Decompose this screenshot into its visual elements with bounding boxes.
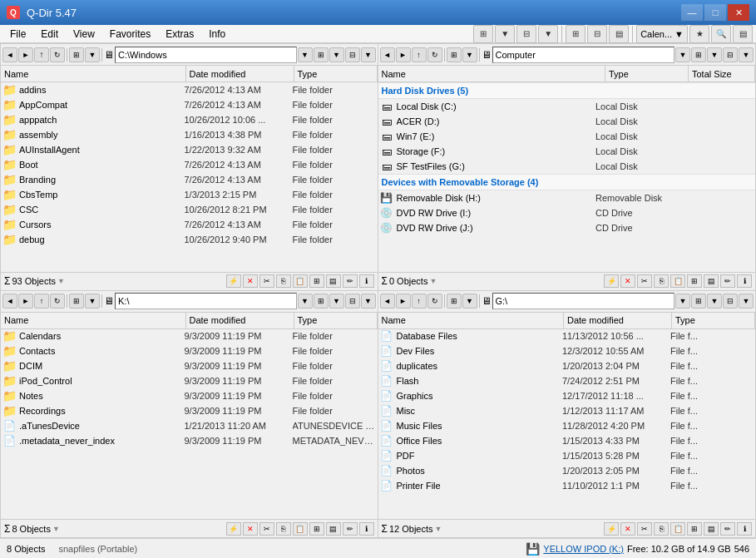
tl-view[interactable]: ⊞ bbox=[69, 47, 84, 62]
br-s6[interactable]: ⊞ bbox=[687, 522, 702, 536]
menu-favorites[interactable]: Favorites bbox=[103, 27, 157, 42]
tl-s3[interactable]: ✂ bbox=[259, 274, 274, 288]
br-s8[interactable]: ✏ bbox=[720, 522, 735, 536]
file-row[interactable]: 📄 Misc 1/12/2013 11:17 AM File f... bbox=[378, 404, 756, 419]
bl-refresh[interactable]: ↻ bbox=[50, 294, 65, 309]
br-s9[interactable]: ℹ bbox=[737, 522, 752, 536]
br-col-name[interactable]: Name bbox=[378, 313, 565, 328]
br-s5[interactable]: 📋 bbox=[670, 522, 685, 536]
bl-view2[interactable]: ▼ bbox=[85, 294, 100, 309]
tl-view3[interactable]: ⊞ bbox=[314, 47, 329, 62]
br-address-box[interactable]: G:\ bbox=[492, 293, 675, 309]
br-col-type[interactable]: Type bbox=[672, 313, 755, 328]
menu-view[interactable]: View bbox=[67, 27, 101, 42]
br-view5[interactable]: ⊟ bbox=[723, 294, 738, 309]
bl-address-box[interactable]: K:\ bbox=[115, 293, 297, 309]
file-row[interactable]: 📄 Music Files 11/28/2012 4:20 PM File f.… bbox=[378, 419, 756, 434]
tl-view5[interactable]: ⊟ bbox=[345, 47, 360, 62]
drive-row[interactable]: 💿 DVD RW Drive (I:) CD Drive bbox=[378, 205, 756, 220]
file-row[interactable]: 📄 Office Files 1/15/2013 4:33 PM File f.… bbox=[378, 434, 756, 449]
menu-file[interactable]: File bbox=[3, 27, 32, 42]
bl-s6[interactable]: ⊞ bbox=[309, 522, 324, 536]
br-go[interactable]: ▼ bbox=[675, 294, 690, 309]
drive-row[interactable]: 💿 DVD RW Drive (J:) CD Drive bbox=[378, 220, 756, 235]
br-view[interactable]: ⊞ bbox=[447, 294, 462, 309]
tb-mag[interactable]: 🔍 bbox=[711, 25, 731, 43]
global-tb-btn-1[interactable]: ⊞ bbox=[473, 25, 493, 43]
tr-go[interactable]: ▼ bbox=[675, 47, 690, 62]
drive-row[interactable]: 💾 Removable Disk (H:) Removable Disk bbox=[378, 190, 756, 205]
file-row[interactable]: 📄 PDF 1/15/2013 5:28 PM File f... bbox=[378, 449, 756, 464]
br-view6[interactable]: ▼ bbox=[739, 294, 754, 309]
file-row[interactable]: 📁 iPod_Control 9/3/2009 11:19 PM File fo… bbox=[1, 374, 378, 389]
tr-back[interactable]: ◄ bbox=[380, 47, 395, 62]
file-row[interactable]: 📁 Notes 9/3/2009 11:19 PM File folder bbox=[1, 389, 378, 404]
bl-back[interactable]: ◄ bbox=[2, 294, 17, 309]
tr-view3[interactable]: ⊞ bbox=[691, 47, 706, 62]
bl-s1[interactable]: ⚡ bbox=[226, 522, 241, 536]
global-tb-btn-6[interactable]: ⊟ bbox=[587, 25, 607, 43]
tr-s8[interactable]: ✏ bbox=[720, 274, 735, 288]
tb-more[interactable]: ▤ bbox=[733, 25, 753, 43]
file-row[interactable]: 📁 Branding 7/26/2012 4:13 AM File folder bbox=[1, 172, 378, 187]
br-refresh[interactable]: ↻ bbox=[427, 294, 442, 309]
tl-view6[interactable]: ▼ bbox=[361, 47, 376, 62]
file-row[interactable]: 📄 Graphics 12/17/2012 11:18 ... File f..… bbox=[378, 389, 756, 404]
file-row[interactable]: 📄 duplicates 1/20/2013 2:04 PM File f... bbox=[378, 359, 756, 374]
tl-s1[interactable]: ⚡ bbox=[226, 274, 241, 288]
maximize-button[interactable]: □ bbox=[704, 4, 726, 21]
tl-s8[interactable]: ✏ bbox=[343, 274, 358, 288]
bl-col-name[interactable]: Name bbox=[1, 313, 186, 328]
tl-col-name[interactable]: Name bbox=[1, 66, 186, 81]
file-row[interactable]: 📄 Photos 1/20/2013 2:05 PM File f... bbox=[378, 464, 756, 479]
br-file-list[interactable]: Name Date modified Type 📄 Database Files… bbox=[378, 313, 756, 520]
tl-s9[interactable]: ℹ bbox=[359, 274, 374, 288]
tl-view2[interactable]: ▼ bbox=[85, 47, 100, 62]
br-forward[interactable]: ► bbox=[396, 294, 411, 309]
tl-go[interactable]: ▼ bbox=[298, 47, 313, 62]
br-s4[interactable]: ⎘ bbox=[654, 522, 669, 536]
file-row[interactable]: 📄 Dev Files 12/3/2012 10:55 AM File f... bbox=[378, 344, 756, 359]
tr-s5[interactable]: 📋 bbox=[670, 274, 685, 288]
drive-row[interactable]: 🖴 Storage (F:) Local Disk bbox=[378, 144, 756, 159]
tr-s4[interactable]: ⎘ bbox=[654, 274, 669, 288]
file-row[interactable]: 📁 apppatch 10/26/2012 10:06 ... File fol… bbox=[1, 112, 378, 127]
tr-address-box[interactable]: Computer bbox=[492, 47, 675, 63]
bl-up[interactable]: ↑ bbox=[34, 294, 49, 309]
tr-s2[interactable]: ✕ bbox=[620, 274, 635, 288]
bl-view6[interactable]: ▼ bbox=[361, 294, 376, 309]
br-s3[interactable]: ✂ bbox=[637, 522, 652, 536]
bl-view[interactable]: ⊞ bbox=[69, 294, 84, 309]
bl-s5[interactable]: 📋 bbox=[293, 522, 308, 536]
tr-view[interactable]: ⊞ bbox=[447, 47, 462, 62]
bl-s8[interactable]: ✏ bbox=[343, 522, 358, 536]
file-row[interactable]: 📁 Boot 7/26/2012 4:13 AM File folder bbox=[1, 157, 378, 172]
global-tb-btn-4[interactable]: ▼ bbox=[538, 25, 558, 43]
tl-s5[interactable]: 📋 bbox=[293, 274, 308, 288]
br-back[interactable]: ◄ bbox=[380, 294, 395, 309]
drive-row[interactable]: 🖴 Win7 (E:) Local Disk bbox=[378, 129, 756, 144]
tr-col-total[interactable]: Total Size bbox=[689, 66, 755, 81]
bl-col-type[interactable]: Type bbox=[294, 313, 378, 328]
tr-col-name[interactable]: Name bbox=[378, 66, 606, 81]
file-row[interactable]: 📄 Database Files 11/13/2012 10:56 ... Fi… bbox=[378, 329, 756, 344]
bl-col-date[interactable]: Date modified bbox=[186, 313, 294, 328]
tr-view6[interactable]: ▼ bbox=[739, 47, 754, 62]
file-row[interactable]: 📄 .aTunesDevice 1/21/2013 11:20 AM ATUNE… bbox=[1, 419, 378, 434]
bl-s4[interactable]: ⎘ bbox=[276, 522, 291, 536]
file-row[interactable]: 📁 DCIM 9/3/2009 11:19 PM File folder bbox=[1, 359, 378, 374]
tl-back[interactable]: ◄ bbox=[2, 47, 17, 62]
file-row[interactable]: 📁 AUInstallAgent 1/22/2013 9:32 AM File … bbox=[1, 142, 378, 157]
bl-view3[interactable]: ⊞ bbox=[314, 294, 329, 309]
br-up[interactable]: ↑ bbox=[412, 294, 427, 309]
tl-up[interactable]: ↑ bbox=[34, 47, 49, 62]
br-view2[interactable]: ▼ bbox=[462, 294, 477, 309]
bl-s3[interactable]: ✂ bbox=[259, 522, 274, 536]
tr-forward[interactable]: ► bbox=[396, 47, 411, 62]
drive-row[interactable]: 🖴 ACER (D:) Local Disk bbox=[378, 114, 756, 129]
file-row[interactable]: 📁 AppCompat 7/26/2012 4:13 AM File folde… bbox=[1, 97, 378, 112]
tl-s7[interactable]: ▤ bbox=[326, 274, 341, 288]
tb-star[interactable]: ★ bbox=[689, 25, 709, 43]
br-s2[interactable]: ✕ bbox=[620, 522, 635, 536]
tl-file-list[interactable]: Name Date modified Type 📁 addins 7/26/20… bbox=[1, 66, 378, 272]
